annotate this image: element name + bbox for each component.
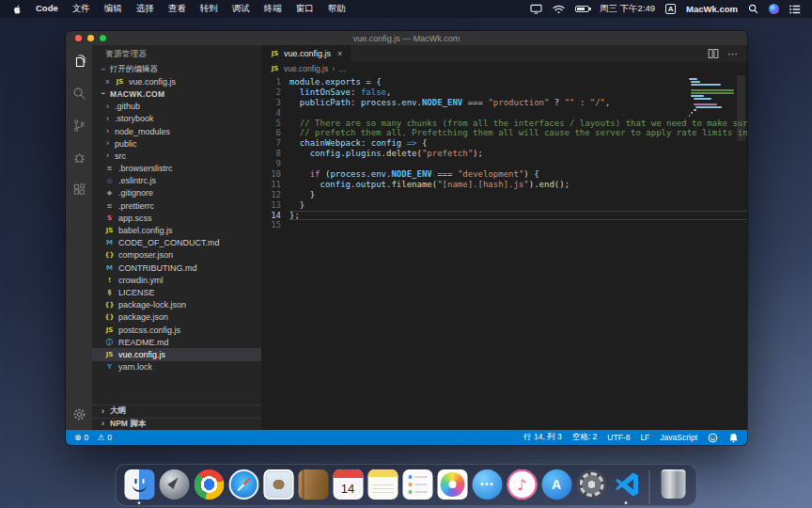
file-row[interactable]: Yyarn.lock	[92, 361, 261, 373]
tab-vue-config[interactable]: JS vue.config.js ×	[261, 45, 351, 62]
debug-icon[interactable]	[72, 151, 86, 165]
menu-clock[interactable]: 周三 下午2:49	[600, 3, 655, 15]
file-label: app.scss	[118, 214, 152, 223]
dock-calendar-icon[interactable]: 14	[333, 469, 364, 504]
file-row[interactable]: ◎.eslintrc.js	[92, 175, 261, 187]
file-row[interactable]: JSvue.config.js	[92, 348, 261, 360]
menu-item[interactable]: 转到	[200, 3, 218, 15]
file-row[interactable]: MCODE_OF_CONDUCT.md	[92, 237, 261, 249]
file-row[interactable]: Sapp.scss	[92, 212, 261, 224]
wifi-icon[interactable]	[553, 4, 565, 15]
folder-row[interactable]: ›.storybook	[92, 113, 261, 125]
open-editor-item[interactable]: × JS vue.config.js	[92, 75, 261, 87]
siri-icon[interactable]	[769, 4, 779, 14]
file-row[interactable]: ◆.gitignore	[92, 187, 261, 199]
menu-item[interactable]: 文件	[72, 3, 90, 15]
dock-launchpad-icon[interactable]	[159, 469, 190, 504]
menu-item[interactable]: 调试	[232, 3, 250, 15]
indentation-setting[interactable]: 空格: 2	[572, 432, 597, 443]
source-control-icon[interactable]	[72, 119, 86, 133]
menu-item[interactable]: 选择	[136, 3, 154, 15]
dock-mail-icon[interactable]	[263, 469, 294, 504]
breadcrumb[interactable]: JS vue.config.js › …	[261, 62, 747, 75]
dock-safari-icon[interactable]	[228, 469, 259, 504]
close-icon[interactable]: ×	[104, 77, 111, 87]
dock-messages-icon[interactable]	[472, 469, 503, 504]
error-icon: ⊗	[74, 434, 82, 442]
vscode-app-icon	[611, 469, 641, 500]
dock-reminders-icon[interactable]	[402, 469, 433, 504]
project-root-header[interactable]: › MACWK.COM	[92, 87, 261, 100]
file-row[interactable]: {}package-lock.json	[92, 299, 261, 311]
code-editor[interactable]: 1module.exports = {2 lintOnSave: false,3…	[261, 75, 747, 430]
cursor-position[interactable]: 行 14, 列 3	[523, 432, 562, 443]
file-row[interactable]: ⓘREADME.md	[92, 336, 261, 348]
window-title-bar[interactable]: vue.config.js — MacWk.com	[66, 31, 747, 45]
notifications-bell-icon[interactable]	[728, 433, 739, 443]
file-row[interactable]: ≡.prettierrc	[92, 199, 261, 212]
sidebar-section-header[interactable]: ›NPM 脚本	[92, 418, 261, 431]
spotlight-search-icon[interactable]	[748, 4, 758, 15]
more-actions-icon[interactable]: ⋯	[727, 49, 739, 59]
search-icon[interactable]	[72, 87, 86, 101]
file-row[interactable]: §LICENSE	[92, 286, 261, 298]
folder-row[interactable]: ›node_modules	[92, 125, 261, 137]
dock-itunes-icon[interactable]	[507, 469, 538, 504]
code-text: };	[289, 211, 747, 221]
tab-close-icon[interactable]: ×	[337, 49, 342, 58]
sidebar-section-header[interactable]: ›大纲	[92, 405, 261, 418]
explorer-icon[interactable]	[71, 54, 86, 69]
dock-appstore-icon[interactable]	[541, 469, 572, 504]
folder-row[interactable]: ›src	[92, 150, 261, 162]
display-icon[interactable]	[530, 4, 542, 15]
menu-app-name[interactable]: Code	[36, 3, 58, 15]
menu-item[interactable]: 编辑	[104, 3, 122, 15]
manage-gear-icon[interactable]	[72, 407, 86, 421]
dock-chrome-icon[interactable]	[194, 469, 225, 504]
section-label: NPM 脚本	[110, 419, 146, 430]
file-row[interactable]: JSbabel.config.js	[92, 224, 261, 236]
menu-item[interactable]: 帮助	[328, 3, 346, 15]
menu-item[interactable]: 窗口	[296, 3, 314, 15]
extensions-icon[interactable]	[72, 183, 86, 197]
editor-scrollbar[interactable]	[735, 75, 747, 430]
minimap[interactable]	[689, 78, 734, 120]
dock-finder-icon[interactable]	[124, 469, 155, 504]
file-row[interactable]: {}composer.json	[92, 249, 261, 262]
feedback-smiley-icon[interactable]	[708, 433, 718, 443]
encoding-setting[interactable]: UTF-8	[607, 433, 630, 442]
file-row[interactable]: JSpostcss.config.js	[92, 324, 261, 336]
notification-center-icon[interactable]	[789, 4, 801, 15]
dock-trash-icon[interactable]	[658, 469, 689, 503]
folder-row[interactable]: ›.github	[92, 101, 261, 113]
dock-vscode-icon[interactable]	[611, 469, 642, 504]
dock-photos-icon[interactable]	[437, 469, 468, 504]
menu-item[interactable]: 查看	[168, 3, 186, 15]
file-row[interactable]: {}package.json	[92, 311, 261, 324]
file-label: node_modules	[115, 127, 170, 136]
dock-sysprefs-icon[interactable]	[576, 469, 607, 504]
file-label: CONTRIBUTING.md	[118, 263, 197, 273]
battery-icon[interactable]	[575, 6, 589, 12]
eol-setting[interactable]: LF	[640, 433, 649, 442]
language-mode[interactable]: JavaScript	[660, 433, 697, 442]
folder-row[interactable]: ›public	[92, 137, 261, 150]
open-editors-header[interactable]: › 打开的编辑器	[92, 63, 261, 75]
file-row[interactable]: !crowdin.yml	[92, 274, 261, 286]
code-text: chainWebpack: config => {	[289, 138, 747, 149]
dock-contacts-icon[interactable]	[298, 469, 329, 504]
chevron-right-icon: ›	[104, 127, 111, 135]
file-row[interactable]: MCONTRIBUTING.md	[92, 262, 261, 274]
apple-menu-icon[interactable]	[11, 4, 22, 15]
warnings-indicator[interactable]: ⚠ 0	[97, 433, 112, 442]
menu-bar: Code文件编辑选择查看转到调试终端窗口帮助 周三 下午2:49 A MacWk…	[0, 0, 812, 18]
dock-notes-icon[interactable]	[367, 469, 398, 504]
input-source-icon[interactable]: A	[665, 4, 676, 14]
file-label: CODE_OF_CONDUCT.md	[118, 238, 220, 247]
errors-indicator[interactable]: ⊗ 0	[74, 433, 88, 442]
menu-item[interactable]: 终端	[264, 3, 282, 15]
file-row[interactable]: ≡.browserslistrc	[92, 163, 261, 175]
split-editor-icon[interactable]	[708, 48, 719, 59]
code-line: 10 if (process.env.NODE_ENV === "develop…	[261, 169, 747, 180]
account-menu[interactable]: MacWk.com	[686, 4, 738, 14]
